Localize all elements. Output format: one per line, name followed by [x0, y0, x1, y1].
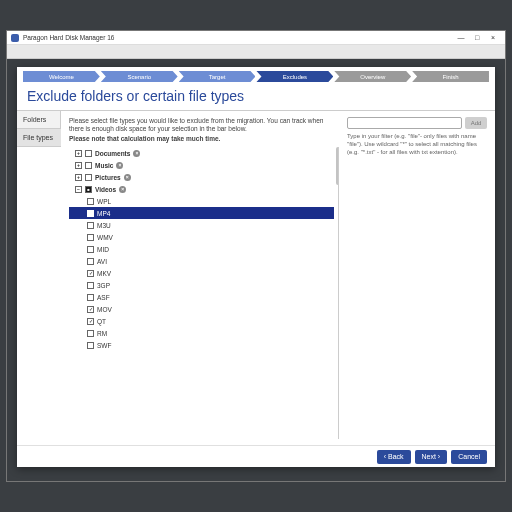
wizard-dialog: WelcomeScenarioTargetExcludesOverviewFin… — [17, 67, 495, 467]
tree-item-music[interactable]: +Music× — [69, 159, 334, 171]
checkbox[interactable] — [87, 318, 94, 325]
filter-input[interactable] — [347, 117, 462, 129]
tree-item-wpl[interactable]: WPL — [69, 195, 334, 207]
cancel-button[interactable]: Cancel — [451, 450, 487, 464]
tree-item-3gp[interactable]: 3GP — [69, 279, 334, 291]
checkbox[interactable] — [85, 150, 92, 157]
tree-label: 3GP — [97, 282, 110, 289]
checkbox[interactable] — [87, 270, 94, 277]
tree-item-documents[interactable]: +Documents× — [69, 147, 334, 159]
checkbox[interactable] — [87, 282, 94, 289]
tree-label: ASF — [97, 294, 110, 301]
wizard-stepper: WelcomeScenarioTargetExcludesOverviewFin… — [17, 67, 495, 82]
tree-item-rm[interactable]: RM — [69, 327, 334, 339]
tree-label: Videos — [95, 186, 116, 193]
tree-item-avi[interactable]: AVI — [69, 255, 334, 267]
tree-label: QT — [97, 318, 106, 325]
step-welcome[interactable]: Welcome — [23, 71, 100, 82]
expand-icon[interactable]: + — [75, 162, 82, 169]
back-button[interactable]: ‹ Back — [377, 450, 411, 464]
add-filter-button[interactable]: Add — [465, 117, 487, 129]
checkbox[interactable] — [87, 222, 94, 229]
tree-item-wmv[interactable]: WMV — [69, 231, 334, 243]
checkbox[interactable] — [87, 198, 94, 205]
main-left: Please select file types you would like … — [69, 117, 339, 439]
tree-item-videos[interactable]: −Videos× — [69, 183, 334, 195]
dialog-tabs: Folders File types — [17, 111, 61, 445]
tree-label: MP4 — [97, 210, 110, 217]
tree-item-asf[interactable]: ASF — [69, 291, 334, 303]
tab-folders[interactable]: Folders — [17, 111, 61, 129]
minimize-button[interactable]: — — [453, 34, 469, 41]
main-toolbar — [7, 45, 505, 59]
step-finish[interactable]: Finish — [412, 71, 489, 82]
tree-label: MOV — [97, 306, 112, 313]
tree-item-mp4[interactable]: MP4 — [69, 207, 334, 219]
step-scenario[interactable]: Scenario — [101, 71, 178, 82]
tree-label: AVI — [97, 258, 107, 265]
tree-item-m3u[interactable]: M3U — [69, 219, 334, 231]
checkbox[interactable] — [87, 306, 94, 313]
app-window: Paragon Hard Disk Manager 16 — □ × Welco… — [6, 30, 506, 482]
app-icon — [11, 34, 19, 42]
tree-item-mkv[interactable]: MKV — [69, 267, 334, 279]
tree-label: RM — [97, 330, 107, 337]
filter-panel: Add Type in your filter (e.g. "file"- on… — [347, 117, 487, 439]
tree-label: M3U — [97, 222, 111, 229]
next-button[interactable]: Next › — [415, 450, 448, 464]
tree-item-mov[interactable]: MOV — [69, 303, 334, 315]
checkbox[interactable] — [85, 186, 92, 193]
remove-icon[interactable]: × — [116, 162, 123, 169]
instruction-text: Please select file types you would like … — [69, 117, 339, 143]
tree-label: WPL — [97, 198, 111, 205]
tree-item-swf[interactable]: SWF — [69, 339, 334, 351]
hint-line1: Please select file types you would like … — [69, 117, 323, 132]
expand-icon[interactable]: + — [75, 150, 82, 157]
modal-backdrop: WelcomeScenarioTargetExcludesOverviewFin… — [7, 59, 505, 481]
tree-label: WMV — [97, 234, 113, 241]
step-overview[interactable]: Overview — [334, 71, 411, 82]
tree-item-qt[interactable]: QT — [69, 315, 334, 327]
tree-item-pictures[interactable]: +Pictures× — [69, 171, 334, 183]
checkbox[interactable] — [87, 210, 94, 217]
titlebar: Paragon Hard Disk Manager 16 — □ × — [7, 31, 505, 45]
tree-item-mid[interactable]: MID — [69, 243, 334, 255]
dialog-main: Please select file types you would like … — [61, 111, 495, 445]
checkbox[interactable] — [87, 258, 94, 265]
tree-label: Documents — [95, 150, 130, 157]
maximize-button[interactable]: □ — [469, 34, 485, 41]
tree-label: MKV — [97, 270, 111, 277]
checkbox[interactable] — [85, 162, 92, 169]
dialog-footer: ‹ Back Next › Cancel — [17, 445, 495, 467]
tree-label: MID — [97, 246, 109, 253]
tab-filetypes[interactable]: File types — [17, 129, 61, 147]
step-target[interactable]: Target — [179, 71, 256, 82]
checkbox[interactable] — [87, 246, 94, 253]
step-excludes[interactable]: Excludes — [256, 71, 333, 82]
page-title: Exclude folders or certain file types — [17, 82, 495, 110]
filetype-tree: +Documents×+Music×+Pictures×−Videos×WPLM… — [69, 147, 339, 439]
app-title: Paragon Hard Disk Manager 16 — [23, 34, 453, 41]
checkbox[interactable] — [87, 234, 94, 241]
checkbox[interactable] — [87, 294, 94, 301]
expand-icon[interactable]: + — [75, 174, 82, 181]
close-button[interactable]: × — [485, 34, 501, 41]
remove-icon[interactable]: × — [119, 186, 126, 193]
dialog-body: Folders File types Please select file ty… — [17, 110, 495, 445]
checkbox[interactable] — [85, 174, 92, 181]
scrollbar-thumb[interactable] — [336, 147, 339, 185]
tree-label: Pictures — [95, 174, 121, 181]
tree-label: Music — [95, 162, 113, 169]
checkbox[interactable] — [87, 330, 94, 337]
hint-line2: Please note that calculation may take mu… — [69, 135, 339, 143]
remove-icon[interactable]: × — [124, 174, 131, 181]
checkbox[interactable] — [87, 342, 94, 349]
tree-label: SWF — [97, 342, 111, 349]
expand-icon[interactable]: − — [75, 186, 82, 193]
filter-help-text: Type in your filter (e.g. "file"- only f… — [347, 133, 487, 156]
remove-icon[interactable]: × — [133, 150, 140, 157]
